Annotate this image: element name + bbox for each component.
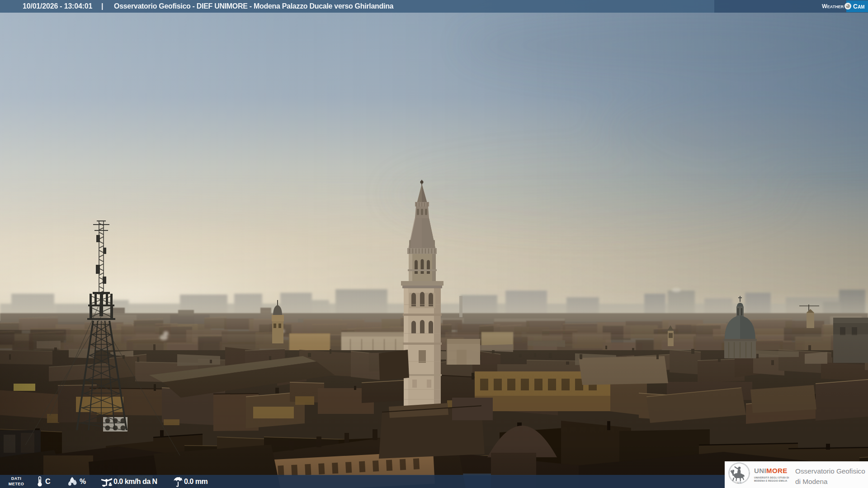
svg-text:1175: 1175	[737, 482, 741, 484]
